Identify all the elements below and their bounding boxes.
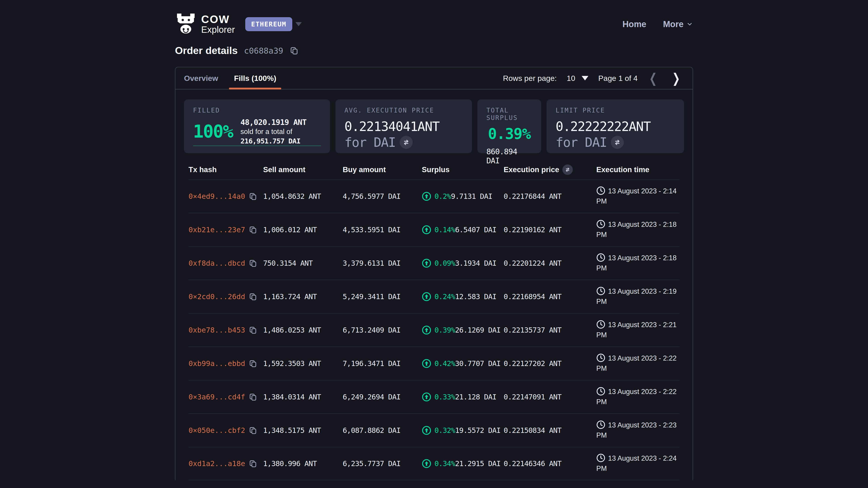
network-selector[interactable]: ETHEREUM — [245, 17, 302, 31]
surplus-percent: 0.2% — [434, 192, 451, 201]
surplus-amount: 12.583 DAI — [455, 292, 496, 301]
rows-per-page-select[interactable]: 10 — [567, 74, 588, 83]
execution-time-cell: 13 August 2023 - 2:22 PM — [596, 387, 680, 407]
page-title-row: Order details c0688a39 — [175, 45, 693, 57]
tab-overview[interactable]: Overview — [179, 67, 223, 89]
tx-hash-link[interactable]: 0×050e...cbf2 — [188, 426, 245, 435]
tx-hash-link[interactable]: 0×4ed9...14a0 — [188, 192, 245, 201]
tx-hash-link[interactable]: 0xb99a...ebbd — [188, 359, 245, 368]
cow-logo-icon — [175, 13, 197, 35]
copy-tx-hash-button[interactable] — [249, 259, 257, 267]
tx-hash-cell: 0xb99a...ebbd — [188, 359, 263, 368]
clock-icon — [596, 420, 605, 429]
execution-price-cell: 0.22190162 ANT — [504, 225, 596, 234]
tx-hash-link[interactable]: 0xbe78...b453 — [188, 326, 245, 334]
clock-icon — [596, 453, 605, 462]
page-title: Order details — [175, 45, 238, 57]
sell-amount-cell: 750.3154 ANT — [263, 259, 343, 267]
sell-amount-cell: 1,348.5175 ANT — [263, 426, 343, 435]
limit-price-unit: for DAI — [556, 135, 607, 150]
clock-icon — [596, 220, 605, 229]
execution-time-text: 13 August 2023 - 2:19 PM — [596, 287, 677, 305]
tx-hash-link[interactable]: 0xb21e...23e7 — [188, 225, 245, 234]
copy-tx-hash-button[interactable] — [249, 393, 257, 401]
copy-order-id-button[interactable] — [289, 46, 299, 55]
copy-tx-hash-button[interactable] — [249, 225, 257, 234]
cow-explorer-logo[interactable]: COW Explorer — [175, 13, 235, 35]
tx-hash-link[interactable]: 0×3a69...cd4f — [188, 393, 245, 401]
tx-hash-link[interactable]: 0xd1a2...a18e — [188, 459, 245, 468]
price-invert-button[interactable] — [562, 164, 573, 175]
order-id: c0688a39 — [244, 46, 283, 55]
buy-amount-cell: 5,249.3411 DAI — [343, 292, 422, 301]
tx-hash-cell: 0×3a69...cd4f — [188, 393, 263, 401]
sold-prefix: sold for a total of — [241, 128, 292, 135]
tx-hash-cell: 0×050e...cbf2 — [188, 426, 263, 435]
sell-amount-cell: 1,054.8632 ANT — [263, 192, 343, 201]
copy-tx-hash-button[interactable] — [249, 426, 257, 435]
surplus-percent: 0.24% — [434, 292, 455, 301]
execution-time-cell: 13 August 2023 - 2:24 PM — [596, 453, 680, 474]
execution-price-cell: 0.22135737 ANT — [504, 326, 596, 334]
next-page-button[interactable]: ❯ — [672, 72, 680, 85]
copy-tx-hash-button[interactable] — [249, 326, 257, 334]
execution-time-cell: 13 August 2023 - 2:18 PM — [596, 220, 680, 240]
copy-tx-hash-button[interactable] — [249, 292, 257, 301]
tx-hash-link[interactable]: 0×2cd0...26dd — [188, 292, 245, 301]
execution-price-cell: 0.22146346 ANT — [504, 459, 596, 468]
surplus-cell: 0.33% 21.128 DAI — [422, 392, 504, 402]
network-badge[interactable]: ETHEREUM — [245, 17, 292, 31]
filled-detail: 48,020.1919 ANT sold for a total of 216,… — [241, 117, 321, 146]
tab-fills[interactable]: Fills (100%) — [229, 67, 281, 89]
avg-price-swap-button[interactable] — [400, 136, 413, 149]
copy-tx-hash-button[interactable] — [249, 359, 257, 368]
prev-page-button[interactable]: ❮ — [649, 72, 657, 85]
sell-amount-cell: 1,163.724 ANT — [263, 292, 343, 301]
copy-tx-hash-button[interactable] — [249, 459, 257, 468]
sell-amount-cell: 1,006.012 ANT — [263, 225, 343, 234]
limit-price-swap-button[interactable] — [611, 136, 624, 149]
fills-table: Tx hash Sell amount Buy amount Surplus E… — [176, 160, 692, 480]
pagination-controls: Rows per page: 10 Page 1 of 4 ❮ ❯ — [503, 67, 692, 89]
clock-icon — [596, 320, 605, 329]
tx-hash-cell: 0xf8da...dbcd — [188, 259, 263, 267]
copy-tx-hash-button[interactable] — [249, 192, 257, 201]
surplus-up-icon — [422, 225, 431, 234]
total-surplus-percent: 0.39% — [488, 125, 531, 142]
chevron-down-icon — [686, 21, 693, 28]
filled-card: FILLED 100% 48,020.1919 ANT sold for a t… — [184, 99, 330, 153]
surplus-up-icon — [422, 258, 431, 268]
buy-amount-cell: 6,087.8862 DAI — [343, 426, 422, 435]
surplus-cell: 0.42% 30.7707 DAI — [422, 359, 504, 368]
table-row: 0×050e...cbf2 1,348.5175 ANT 6,087.8862 … — [188, 414, 680, 447]
tx-hash-cell: 0xd1a2...a18e — [188, 459, 263, 468]
nav-more[interactable]: More — [663, 20, 693, 29]
fills-table-body: 0×4ed9...14a0 1,054.8632 ANT 4,756.5977 … — [188, 180, 680, 480]
surplus-percent: 0.39% — [434, 326, 455, 334]
surplus-percent: 0.14% — [434, 225, 455, 234]
surplus-cell: 0.32% 19.5572 DAI — [422, 426, 504, 435]
surplus-percent: 0.09% — [434, 259, 455, 267]
tx-hash-link[interactable]: 0xf8da...dbcd — [188, 259, 245, 267]
execution-time-text: 13 August 2023 - 2:18 PM — [596, 221, 677, 238]
surplus-amount: 30.7707 DAI — [455, 359, 500, 368]
execution-price-cell: 0.22150834 ANT — [504, 426, 596, 435]
execution-price-cell: 0.22168954 ANT — [504, 292, 596, 301]
surplus-amount: 3.1934 DAI — [455, 259, 496, 267]
col-sell-amount: Sell amount — [263, 165, 343, 174]
table-row: 0xbe78...b453 1,486.0253 ANT 6,713.2409 … — [188, 313, 680, 347]
table-row: 0xd1a2...a18e 1,380.996 ANT 6,235.7737 D… — [188, 447, 680, 480]
surplus-cell: 0.39% 26.1269 DAI — [422, 325, 504, 335]
surplus-up-icon — [422, 325, 431, 335]
surplus-up-icon — [422, 359, 431, 368]
col-execution-price: Execution price — [504, 164, 596, 175]
tx-hash-cell: 0×4ed9...14a0 — [188, 192, 263, 201]
network-caret-icon — [296, 22, 302, 26]
execution-time-text: 13 August 2023 - 2:14 PM — [596, 187, 677, 205]
execution-time-cell: 13 August 2023 - 2:14 PM — [596, 186, 680, 206]
order-panel: Overview Fills (100%) Rows per page: 10 … — [175, 67, 693, 480]
table-row: 0xf8da...dbcd 750.3154 ANT 3,379.6131 DA… — [188, 246, 680, 280]
nav-home[interactable]: Home — [622, 20, 647, 29]
tab-bar: Overview Fills (100%) Rows per page: 10 … — [176, 67, 692, 90]
limit-price-value: 0.22222222ANT — [556, 119, 675, 134]
